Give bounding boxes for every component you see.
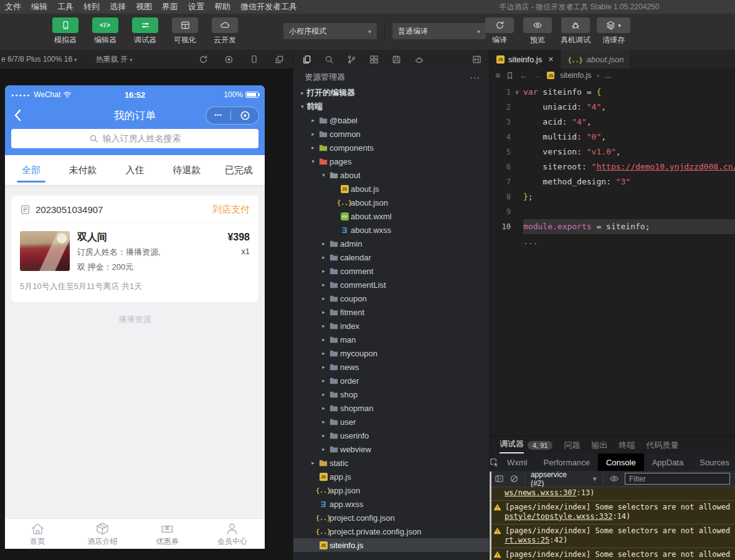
bookmark-icon[interactable] bbox=[506, 72, 514, 80]
code-line-3[interactable]: 3 acid: "4", bbox=[490, 115, 735, 130]
debugger-tab-4[interactable]: 代码质量 bbox=[646, 440, 678, 451]
windows-icon[interactable] bbox=[275, 55, 284, 64]
tree-item-app-js[interactable]: JSapp.js bbox=[293, 470, 489, 483]
devtools-tab-appdata[interactable]: AppData bbox=[644, 453, 692, 471]
tree-section-1[interactable]: ▾前端 bbox=[293, 100, 489, 113]
expand-panel-icon[interactable] bbox=[495, 474, 504, 483]
save-icon[interactable] bbox=[392, 55, 401, 64]
tree-item-comment[interactable]: ▸comment bbox=[293, 264, 489, 278]
devtools-tab-console[interactable]: Console bbox=[598, 453, 644, 471]
console-warning-1[interactable]: [pages/index/index] Some selectors are n… bbox=[490, 501, 735, 524]
code-line-7[interactable]: 7 method_design: "3" bbox=[490, 174, 735, 189]
tree-item-siteinfo-js[interactable]: JSsiteinfo.js bbox=[293, 538, 489, 552]
tabbar-item-1[interactable]: 酒店介绍 bbox=[70, 519, 135, 549]
tree-item-about-json[interactable]: {..}about.json bbox=[293, 196, 489, 209]
console-warning-0[interactable]: ws/news.wxss:307:13) bbox=[490, 487, 735, 501]
menu-item-3[interactable]: 转到 bbox=[78, 0, 105, 14]
refresh-icon[interactable] bbox=[199, 55, 208, 64]
source-link[interactable]: rt.wxss:25 bbox=[505, 536, 549, 544]
collapse-side-icon[interactable] bbox=[472, 55, 481, 64]
tree-item-app-json[interactable]: {..}app.json bbox=[293, 483, 489, 497]
menu-item-1[interactable]: 编辑 bbox=[26, 0, 52, 14]
code-line-5[interactable]: 5 version: "v1.0", bbox=[490, 145, 735, 159]
tree-item-components[interactable]: ▸components bbox=[293, 141, 489, 154]
menu-item-6[interactable]: 界面 bbox=[157, 0, 183, 14]
menu-item-8[interactable]: 帮助 bbox=[209, 0, 235, 14]
capsule-close-icon[interactable] bbox=[240, 110, 250, 121]
tree-item-about[interactable]: ▾about bbox=[293, 168, 489, 182]
tree-item-about-wxss[interactable]: Ǝabout.wxss bbox=[293, 223, 489, 237]
tree-item-project-config-json[interactable]: {..}project.config.json bbox=[293, 511, 489, 524]
order-card[interactable]: 2023051034907 到店支付 双人间 ¥398 bbox=[11, 196, 258, 302]
nav-back-icon[interactable]: ← bbox=[519, 71, 528, 80]
extensions-icon[interactable] bbox=[369, 55, 379, 64]
tree-item-babel[interactable]: ▸@babel bbox=[293, 113, 489, 127]
editor-tab-siteinfo-js[interactable]: JSsiteinfo.js× bbox=[490, 50, 561, 69]
device-select[interactable]: e 6/7/8 Plus 100% 16▾ bbox=[1, 55, 77, 64]
debugger-tab-2[interactable]: 输出 bbox=[591, 440, 607, 451]
fold-chevron-icon[interactable]: ∨ bbox=[511, 85, 523, 100]
tree-item-common[interactable]: ▸common bbox=[293, 127, 489, 141]
tree-item-news[interactable]: ▸news bbox=[293, 360, 489, 374]
tree-item-index[interactable]: ▸index bbox=[293, 319, 489, 333]
tree-item-shopman[interactable]: ▸shopman bbox=[293, 401, 489, 415]
close-icon[interactable]: × bbox=[548, 54, 553, 64]
tree-item-about-js[interactable]: JSabout.js bbox=[293, 182, 489, 196]
search-icon[interactable] bbox=[325, 55, 334, 64]
tree-item-coupon[interactable]: ▸coupon bbox=[293, 292, 489, 305]
guest-search-input[interactable]: 输入订房人姓名搜索 bbox=[11, 129, 258, 148]
tree-item-userinfo[interactable]: ▸userinfo bbox=[293, 429, 489, 442]
tree-section-0[interactable]: ▸打开的编辑器 bbox=[293, 86, 489, 100]
tree-item-app-wxss[interactable]: Ǝapp.wxss bbox=[293, 497, 489, 511]
menu-item-0[interactable]: 文件 bbox=[0, 0, 26, 14]
inspect-element-icon[interactable] bbox=[490, 458, 499, 467]
source-link[interactable]: ws/news.wxss:307 bbox=[505, 488, 577, 497]
devtools-tab-wxml[interactable]: Wxml bbox=[499, 453, 536, 471]
breadcrumb-file[interactable]: siteinfo.js bbox=[560, 71, 591, 80]
mini-program-capsule[interactable]: ••• bbox=[206, 107, 259, 125]
context-select[interactable]: appservice (#2)▼ bbox=[531, 470, 597, 488]
tree-item-user[interactable]: ▸user bbox=[293, 415, 489, 429]
toolbar-button-0[interactable]: 编译 bbox=[483, 17, 516, 45]
scrollbar[interactable] bbox=[490, 472, 491, 560]
source-link[interactable]: pstyle/topstyle.wxss:332 bbox=[505, 512, 612, 521]
tree-item-calendar[interactable]: ▸calendar bbox=[293, 250, 489, 264]
record-icon[interactable] bbox=[224, 55, 234, 64]
tree-item-fitment[interactable]: ▸fitment bbox=[293, 305, 489, 319]
compile-mode-select[interactable]: 普通编译 ▾ bbox=[392, 23, 486, 39]
toolbar-button-1[interactable]: 预览 bbox=[521, 17, 554, 45]
console-filter-input[interactable] bbox=[625, 473, 730, 485]
tree-item-admin[interactable]: ▸admin bbox=[293, 237, 489, 250]
devtools-tab-sources[interactable]: Sources bbox=[691, 453, 735, 471]
code-line-1[interactable]: 1∨var siteinfo = { bbox=[490, 85, 735, 100]
code-line-8[interactable]: 8}; bbox=[490, 189, 735, 204]
explorer-more-button[interactable]: ··· bbox=[470, 72, 480, 82]
menu-item-9[interactable]: 微信开发者工具 bbox=[235, 0, 302, 14]
console-warning-3[interactable]: [pages/index/index] Some selectors are n… bbox=[490, 548, 735, 560]
code-line-6[interactable]: 6 siteroot: "https://demo10.ynjdzzd008.c… bbox=[490, 159, 735, 174]
teapot-icon[interactable] bbox=[414, 55, 424, 64]
menu-item-7[interactable]: 设置 bbox=[183, 0, 209, 14]
menu-item-2[interactable]: 工具 bbox=[52, 0, 78, 14]
tree-item-pages[interactable]: ▾pages bbox=[293, 154, 489, 168]
code-line-2[interactable]: 2 uniacid: "4", bbox=[490, 100, 735, 115]
phone-small-icon[interactable] bbox=[250, 55, 258, 64]
code-line-10[interactable]: 10module.exports = siteinfo; bbox=[490, 219, 735, 234]
toolbar-button-2[interactable]: 调试器 bbox=[128, 17, 162, 45]
toolbar-button-3[interactable]: 可视化 bbox=[168, 17, 202, 45]
tree-item-commentlist[interactable]: ▸commentList bbox=[293, 278, 489, 292]
order-tab-1[interactable]: 未付款 bbox=[57, 155, 108, 185]
tree-item-webview[interactable]: ▸webview bbox=[293, 442, 489, 456]
tree-item-static[interactable]: ▸static bbox=[293, 456, 489, 470]
order-tab-3[interactable]: 待退款 bbox=[161, 155, 212, 185]
devtools-tab-performance[interactable]: Performance bbox=[536, 453, 598, 471]
tree-item-shop[interactable]: ▸shop bbox=[293, 387, 489, 401]
toolbar-button-4[interactable]: 云开发 bbox=[208, 17, 242, 45]
clear-console-icon[interactable] bbox=[510, 474, 519, 483]
mode-select[interactable]: 小程序模式 ▾ bbox=[283, 23, 377, 39]
code-line-4[interactable]: 4 multiid: "0", bbox=[490, 130, 735, 145]
menu-item-4[interactable]: 选择 bbox=[105, 0, 131, 14]
code-line-ellipsis[interactable]: ... bbox=[490, 234, 735, 249]
menu-icon[interactable]: ≡ bbox=[495, 70, 500, 80]
tree-item-mycoupon[interactable]: ▸mycoupon bbox=[293, 346, 489, 360]
